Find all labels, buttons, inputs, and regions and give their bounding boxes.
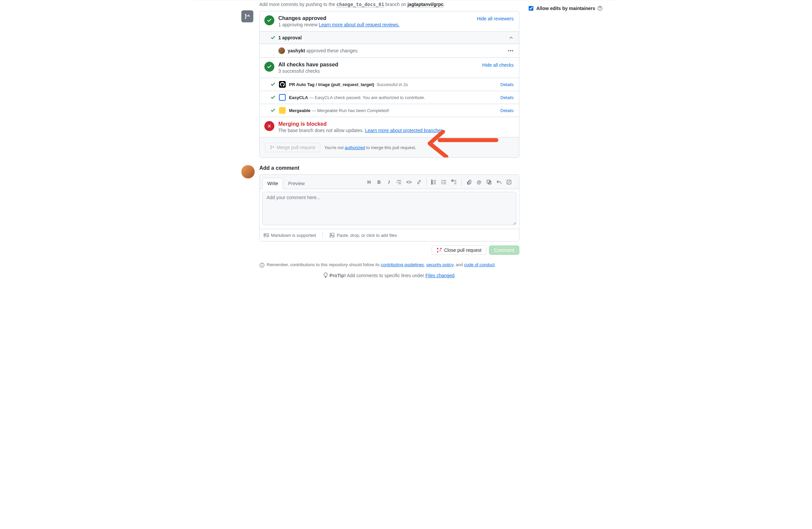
formatting-toolbar: H B I <> 123 @ bbox=[364, 177, 516, 189]
comment-button: Comment bbox=[489, 245, 519, 255]
details-link[interactable]: Details bbox=[500, 108, 514, 113]
comment-tabs: Write Preview H B I <> 123 @ bbox=[260, 175, 519, 189]
hide-reviewers-link[interactable]: Hide all reviewers bbox=[477, 16, 514, 22]
check-row: PR Auto Tag / triage (pull_request_targe… bbox=[260, 78, 519, 91]
comment-textarea[interactable] bbox=[262, 192, 516, 225]
protected-branches-link[interactable]: Learn more about protected branches. bbox=[365, 128, 444, 133]
check-icon bbox=[270, 82, 276, 87]
svg-point-4 bbox=[442, 182, 443, 183]
blocked-section: Merging is blocked The base branch does … bbox=[260, 117, 519, 137]
x-circle-icon bbox=[264, 121, 274, 131]
branch-name[interactable]: change_to_docs_01 bbox=[336, 2, 384, 8]
merge-footer: Merge pull request You're not authorized… bbox=[260, 137, 519, 157]
reviews-subtitle: 1 approving review Learn more about pull… bbox=[278, 22, 514, 27]
tasklist-icon[interactable] bbox=[449, 177, 459, 187]
comment-heading: Add a comment bbox=[259, 165, 519, 171]
svg-text:3: 3 bbox=[431, 183, 433, 185]
check-row: EasyCLA — EasyCLA check passed. You are … bbox=[260, 91, 519, 104]
commit-hint: Add more commits by pushing to the chang… bbox=[241, 0, 519, 11]
github-icon bbox=[279, 81, 286, 88]
avatar[interactable] bbox=[278, 47, 285, 54]
markdown-hint[interactable]: Markdown is supported bbox=[264, 232, 316, 238]
reviews-section: Changes approved 1 approving review Lear… bbox=[260, 11, 519, 31]
check-icon bbox=[270, 108, 276, 113]
checks-section: All checks have passed 3 successful chec… bbox=[260, 57, 519, 78]
crossref-icon[interactable] bbox=[484, 177, 494, 187]
mergeable-icon bbox=[279, 107, 286, 114]
details-link[interactable]: Details bbox=[500, 95, 514, 100]
authorized-link[interactable]: authorized bbox=[345, 145, 365, 150]
svg-point-11 bbox=[331, 234, 332, 235]
reply-icon[interactable] bbox=[494, 177, 504, 187]
allow-edits-toggle[interactable]: Allow edits by maintainers bbox=[527, 5, 614, 12]
slash-icon[interactable] bbox=[504, 177, 514, 187]
protip: ProTip! Add comments to specific lines u… bbox=[259, 272, 519, 278]
reviewer-row: yashykt approved these changes ••• bbox=[260, 44, 519, 57]
easycla-icon bbox=[279, 94, 286, 101]
bold-icon[interactable]: B bbox=[374, 177, 384, 187]
merge-button: Merge pull request bbox=[265, 143, 320, 152]
italic-icon[interactable]: I bbox=[384, 177, 394, 187]
conduct-link[interactable]: code of conduct bbox=[464, 262, 495, 267]
security-link[interactable]: security policy bbox=[426, 262, 453, 267]
avatar[interactable] bbox=[241, 165, 255, 178]
merge-auth-note: You're not authorized to merge this pull… bbox=[324, 145, 416, 150]
allow-edits-checkbox[interactable] bbox=[529, 6, 533, 11]
check-row: Mergeable — Mergeable Run has been Compl… bbox=[260, 104, 519, 117]
kebab-icon[interactable]: ••• bbox=[508, 48, 514, 53]
link-icon[interactable] bbox=[414, 177, 424, 187]
attach-icon[interactable] bbox=[464, 177, 474, 187]
check-circle-icon bbox=[264, 62, 274, 72]
help-icon[interactable] bbox=[597, 6, 603, 11]
contribution-note: Remember, contributions to this reposito… bbox=[259, 262, 519, 268]
files-changed-link[interactable]: Files changed bbox=[425, 273, 454, 278]
details-link[interactable]: Details bbox=[500, 82, 514, 87]
check-icon bbox=[270, 95, 276, 100]
blocked-title: Merging is blocked bbox=[278, 121, 514, 127]
svg-rect-10 bbox=[330, 233, 334, 237]
merge-icon bbox=[241, 10, 253, 22]
comment-box: Write Preview H B I <> 123 @ bbox=[259, 174, 519, 242]
svg-point-5 bbox=[442, 184, 443, 184]
tab-write[interactable]: Write bbox=[262, 178, 283, 189]
approval-header[interactable]: 1 approval bbox=[260, 31, 519, 44]
hide-checks-link[interactable]: Hide all checks bbox=[482, 62, 514, 68]
contributing-link[interactable]: contributing guidelines bbox=[381, 262, 424, 267]
chevron-up-icon[interactable] bbox=[508, 35, 514, 40]
reviewer-name[interactable]: yashykt bbox=[288, 48, 305, 53]
unordered-list-icon[interactable] bbox=[439, 177, 449, 187]
close-pr-button[interactable]: Close pull request bbox=[432, 245, 486, 255]
repo-link[interactable]: jagtaptanvi/grpc bbox=[407, 2, 443, 8]
tab-preview[interactable]: Preview bbox=[283, 178, 310, 189]
checks-subtitle: 3 successful checks bbox=[278, 68, 514, 74]
svg-point-3 bbox=[442, 180, 443, 181]
mention-icon[interactable]: @ bbox=[474, 177, 484, 187]
paste-hint[interactable]: Paste, drop, or click to add files bbox=[329, 232, 397, 238]
learn-reviews-link[interactable]: Learn more about pull request reviews. bbox=[319, 22, 399, 27]
merge-status-box: Changes approved 1 approving review Lear… bbox=[259, 11, 519, 158]
approval-count: 1 approval bbox=[278, 35, 302, 40]
blocked-subtitle: The base branch does not allow updates. … bbox=[278, 128, 514, 133]
heading-icon[interactable]: H bbox=[364, 177, 374, 187]
checks-title: All checks have passed bbox=[278, 62, 514, 68]
ordered-list-icon[interactable]: 123 bbox=[429, 177, 439, 187]
svg-point-13 bbox=[437, 251, 438, 253]
quote-icon[interactable] bbox=[394, 177, 404, 187]
svg-point-14 bbox=[440, 248, 442, 249]
check-circle-icon bbox=[264, 15, 274, 25]
code-icon[interactable]: <> bbox=[404, 177, 414, 187]
